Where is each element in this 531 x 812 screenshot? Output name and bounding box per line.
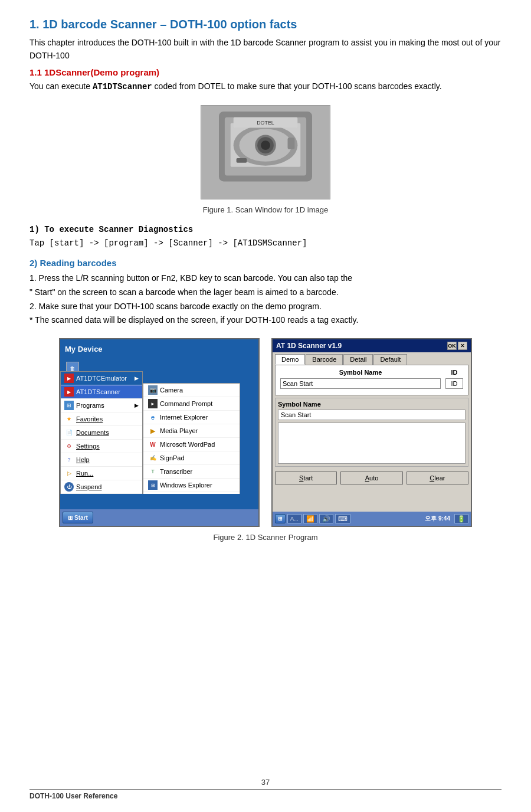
menu-item-at1dtscanner-label: AT1DTScanner — [76, 388, 120, 395]
device-title: My Device — [65, 345, 103, 353]
tab-barcode[interactable]: Barcode — [306, 354, 343, 365]
scan-window-image: DOTEL — [201, 105, 330, 199]
arrow-icon: ▶ — [135, 375, 139, 381]
start-submenu-right: 📷 Camera ► Command Prompt e Internet Exp… — [143, 383, 240, 494]
scan-start-field-bottom[interactable]: Scan Start — [278, 410, 466, 420]
submenu-item-media-player[interactable]: ▶ Media Player — [143, 424, 240, 438]
footer-label: DOTH-100 User Reference — [30, 792, 117, 800]
menu-item-run[interactable]: ▷ Run... — [61, 467, 142, 480]
start-scan-btn-label: Start — [299, 474, 313, 482]
id-field-top[interactable]: ID — [445, 378, 463, 389]
transcriber-icon: T — [148, 467, 158, 476]
close-button[interactable]: ✕ — [458, 342, 467, 350]
submenu-windows-explorer-label: Windows Explorer — [160, 482, 212, 489]
section1-text1: You can execute — [30, 81, 93, 91]
submenu-item-signpad[interactable]: ✍ SignPad — [143, 451, 240, 465]
wordpad-icon: W — [148, 440, 158, 449]
run-icon: ▷ — [64, 469, 74, 478]
submenu-wordpad-label: Microsoft WordPad — [160, 441, 215, 448]
tab-default[interactable]: Default — [373, 354, 407, 365]
menu-item-suspend[interactable]: ⏻ Suspend — [61, 480, 142, 494]
submenu-camera-label: Camera — [160, 387, 183, 394]
section1-title: 1.1 1DScanner(Demo program) — [30, 67, 502, 77]
scanner-taskbar: ⊞ A... 📶 🔊 ⌨ 오후 9:44 🔋 — [273, 512, 471, 526]
scanner-data-row: Scan Start ID — [280, 378, 463, 389]
step1-tap: Tap [start] -> [program] -> [Scanner] ->… — [30, 237, 502, 250]
svg-text:DOTEL: DOTEL — [257, 119, 274, 125]
scanner-start-button[interactable]: ⊞ — [275, 514, 286, 523]
scanner-tabs: Demo Barcode Detail Default — [273, 352, 471, 365]
menu-item-programs[interactable]: ⊞ Programs ▶ — [61, 399, 142, 412]
submenu-item-windows-explorer[interactable]: ⊞ Windows Explorer — [143, 479, 240, 492]
submenu-item-command-prompt[interactable]: ► Command Prompt — [143, 397, 240, 411]
start-btn-label: Start — [74, 515, 88, 521]
command-prompt-icon: ► — [148, 399, 158, 408]
menu-item-at1dtcemulator[interactable]: ▶ AT1DTCEmulator ▶ — [61, 372, 142, 385]
suspend-icon: ⏻ — [64, 482, 74, 492]
scanner-title-buttons: OK ✕ — [447, 342, 467, 350]
start-scan-button[interactable]: Start — [275, 472, 337, 484]
scanner-app-title: AT 1D Scanner v1.9 — [276, 342, 342, 350]
scanner-body: Symbol Name ID Scan Start ID — [275, 365, 468, 395]
arrow-icon2: ▶ — [135, 402, 139, 408]
settings-icon: ⚙ — [64, 441, 74, 451]
taskbar-item-icon3: ⌨ — [335, 514, 350, 523]
menu-item-favorites-label: Favorites — [76, 415, 103, 423]
intro-text: This chapter introduces the DOTH-100 bui… — [30, 36, 502, 63]
taskbar-item-a[interactable]: A... — [287, 514, 301, 523]
menu-item-documents-label: Documents — [76, 429, 109, 436]
windows-explorer-icon: ⊞ — [148, 480, 158, 490]
submenu-item-ie[interactable]: e Internet Explorer — [143, 411, 240, 424]
scanner-buttons-row: Start Auto Clear — [273, 472, 471, 484]
submenu-item-camera[interactable]: 📷 Camera — [143, 384, 240, 397]
start-menu-left: ▶ AT1DTCEmulator ▶ ▶ AT1DTScanner ⊞ Prog… — [60, 371, 143, 494]
menu-item-programs-label: Programs — [76, 402, 104, 409]
tab-detail[interactable]: Detail — [343, 354, 373, 365]
auto-btn-label: Auto — [365, 474, 379, 482]
svg-rect-10 — [237, 158, 247, 162]
tab-demo[interactable]: Demo — [275, 354, 305, 365]
device-screenshot: My Device 🗑 ▶ AT1DTCEmulator — [59, 338, 260, 527]
scan-start-field-top[interactable]: Scan Start — [280, 378, 441, 389]
symbol-name-header: Symbol Name — [280, 369, 441, 376]
submenu-transcriber-label: Transcriber — [160, 468, 192, 475]
start-button[interactable]: ⊞ Start — [63, 512, 93, 523]
menu-item-favorites[interactable]: ★ Favorites — [61, 412, 142, 426]
id-header: ID — [445, 369, 463, 376]
start-btn-icon: ⊞ — [68, 515, 73, 521]
signpad-icon: ✍ — [148, 453, 158, 463]
clear-underline: C — [430, 474, 434, 482]
menu-item-settings[interactable]: ⚙ Settings — [61, 440, 142, 453]
symbol-name-label: Symbol Name — [278, 401, 466, 408]
device-top-bar: My Device — [60, 339, 258, 358]
programs-icon: ⊞ — [64, 401, 74, 410]
menu-item-suspend-label: Suspend — [76, 483, 101, 490]
auto-button[interactable]: Auto — [340, 472, 402, 484]
page-footer: 37 DOTH-100 User Reference — [0, 778, 531, 800]
submenu-ie-label: Internet Explorer — [160, 414, 208, 421]
menu-item-help[interactable]: ? Help — [61, 453, 142, 467]
step1-heading: 1) To execute Scanner Diagnostics — [30, 225, 502, 234]
start-underline: S — [299, 474, 303, 482]
menu-item-at1dtcemulator-label: AT1DTCEmulator — [76, 375, 127, 382]
menu-item-at1dtscanner[interactable]: ▶ AT1DTScanner — [61, 385, 142, 399]
at1dtscanner-icon: ▶ — [64, 387, 74, 397]
ok-button[interactable]: OK — [447, 342, 457, 350]
scanner-screenshot: AT 1D Scanner v1.9 OK ✕ Demo Barcode Det… — [271, 338, 472, 527]
help-icon: ? — [64, 455, 74, 464]
scanner-header-row: Symbol Name ID — [280, 369, 463, 376]
submenu-signpad-label: SignPad — [160, 454, 185, 461]
clear-btn-label: Clear — [430, 474, 445, 482]
clear-button[interactable]: Clear — [407, 472, 468, 484]
submenu-item-transcriber[interactable]: T Transcriber — [143, 465, 240, 479]
taskbar-icon-right: 🔋 — [454, 514, 468, 523]
page-number: 37 — [261, 778, 270, 787]
menu-item-documents[interactable]: 📄 Documents — [61, 426, 142, 440]
submenu-media-player-label: Media Player — [160, 427, 198, 434]
reading-text: 1. Press the L/R scanning button or Fn2,… — [30, 271, 502, 328]
section2-title: 2) Reading barcodes — [30, 258, 502, 268]
submenu-item-wordpad[interactable]: W Microsoft WordPad — [143, 438, 240, 451]
figure2-caption: Figure 2. 1D Scanner Program — [30, 533, 502, 542]
documents-icon: 📄 — [64, 428, 74, 437]
device-desktop: 🗑 ▶ AT1DTCEmulator ▶ ▶ AT1DTS — [60, 358, 258, 494]
